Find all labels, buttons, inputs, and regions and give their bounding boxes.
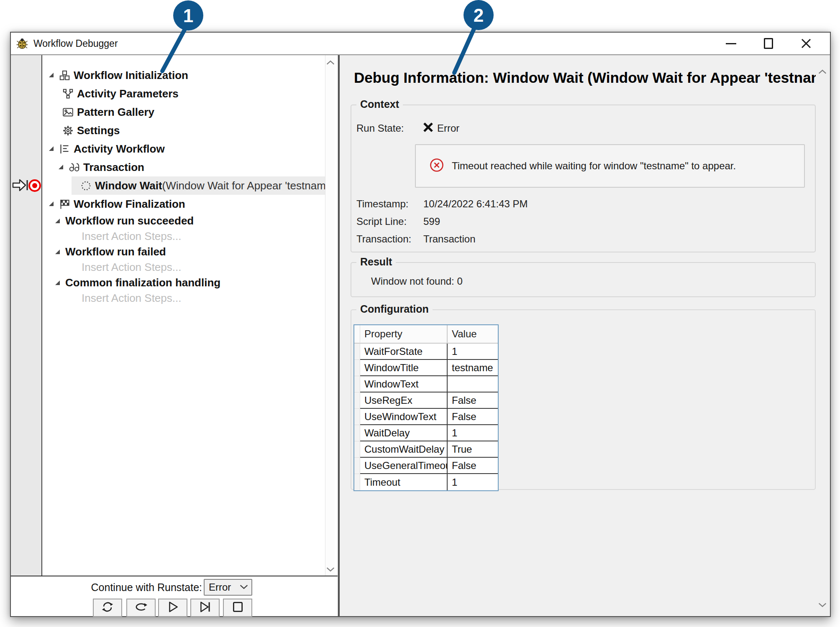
- context-groupbox: Context Run State: Error Timeout reached…: [351, 104, 816, 252]
- tree-item-window-wait[interactable]: Window Wait (Window Wait for Appear 'tes…: [42, 176, 325, 195]
- circled-x-icon: [429, 158, 444, 174]
- stop-button[interactable]: [223, 599, 252, 617]
- tree-item-insert-action-steps[interactable]: Insert Action Steps...: [42, 229, 325, 244]
- scroll-down-icon[interactable]: [818, 602, 827, 609]
- property-cell: WaitForState: [360, 344, 448, 360]
- row-header-gutter: [354, 458, 360, 474]
- page: Workflow Debugger Workflow Initializatio…: [0, 0, 840, 627]
- property-cell: WindowText: [360, 376, 448, 393]
- table-header-row: PropertyValue: [354, 325, 498, 344]
- error-message-box: Timeout reached while waiting for window…: [415, 144, 805, 188]
- pattern-gallery-icon: [62, 107, 74, 118]
- value-cell: False: [448, 409, 498, 425]
- tree-item-label: Activity Workflow: [74, 143, 165, 155]
- table-row[interactable]: Timeout1: [354, 474, 498, 490]
- callout-1-circle: [173, 0, 203, 31]
- expander-expanded-icon[interactable]: [48, 145, 55, 152]
- tree-item-insert-action-steps[interactable]: Insert Action Steps...: [42, 291, 325, 306]
- column-header-value[interactable]: Value: [448, 325, 498, 344]
- minimize-button[interactable]: [724, 36, 738, 51]
- expander-expanded-icon[interactable]: [58, 164, 64, 171]
- table-row[interactable]: UseWindowTextFalse: [354, 409, 498, 425]
- tree-item-label: Activity Parameters: [77, 87, 179, 100]
- runstate-dropdown[interactable]: Error: [204, 579, 252, 596]
- window-controls: [724, 36, 813, 51]
- runstate-selected-value: Error: [209, 581, 231, 593]
- tree-item-common-finalization-handling[interactable]: Common finalization handling: [42, 275, 325, 291]
- tree-item-label: Workflow Finalization: [74, 198, 185, 211]
- row-header-gutter: [354, 409, 360, 425]
- settings-icon: [62, 125, 74, 136]
- value-cell: [448, 376, 498, 393]
- workflow-tree-panel: Workflow InitializationActivity Paramete…: [11, 55, 338, 616]
- scroll-up-icon[interactable]: [818, 69, 827, 76]
- scroll-up-icon[interactable]: [326, 59, 334, 64]
- row-header-gutter: [354, 376, 360, 393]
- timestamp-row: Timestamp: 10/24/2022 6:41:43 PM: [356, 197, 528, 211]
- callout-2-circle: [464, 0, 494, 30]
- close-button[interactable]: [799, 36, 813, 51]
- table-row[interactable]: UseGeneralTimeoutFalse: [354, 458, 498, 474]
- tree-item-label: Workflow run failed: [65, 245, 166, 258]
- callout-1-number: 1: [183, 5, 193, 26]
- step-icon: [197, 600, 213, 615]
- property-cell: UseRegEx: [360, 393, 448, 409]
- column-header-property[interactable]: Property: [360, 325, 448, 344]
- debug-margin-gutter[interactable]: [11, 55, 42, 576]
- property-cell: WindowTitle: [360, 360, 448, 376]
- maximize-button[interactable]: [761, 36, 776, 51]
- tree-item-workflow-run-succeeded[interactable]: Workflow run succeeded: [42, 213, 325, 229]
- row-header-gutter: [354, 344, 360, 360]
- property-cell: WaitDelay: [360, 425, 448, 441]
- tree-item-pattern-gallery[interactable]: Pattern Gallery: [42, 103, 325, 121]
- step-next-button[interactable]: [190, 599, 220, 617]
- tree-item-workflow-run-failed[interactable]: Workflow run failed: [42, 244, 325, 260]
- execution-arrow-icon: [12, 178, 28, 194]
- tree-item-workflow-initialization[interactable]: Workflow Initialization: [42, 66, 325, 84]
- tree-item-activity-workflow[interactable]: Activity Workflow: [42, 140, 325, 158]
- expander-expanded-icon[interactable]: [54, 218, 61, 224]
- tree-item-transaction[interactable]: Transaction: [42, 158, 325, 176]
- value-cell: 1: [448, 474, 498, 490]
- configuration-heading: Configuration: [356, 303, 433, 315]
- expander-expanded-icon[interactable]: [48, 201, 55, 207]
- expander-expanded-icon[interactable]: [48, 72, 55, 79]
- property-cell: UseGeneralTimeout: [360, 458, 448, 474]
- tree-item-label: Settings: [77, 124, 120, 137]
- expander-expanded-icon[interactable]: [54, 280, 61, 286]
- tree-item-workflow-finalization[interactable]: Workflow Finalization: [42, 195, 325, 213]
- tree-item-label: Window Wait: [95, 179, 162, 192]
- row-header-gutter: [354, 441, 360, 458]
- tree-scrollbar[interactable]: [325, 55, 335, 576]
- tree-item-settings[interactable]: Settings: [42, 121, 325, 140]
- restart-button[interactable]: [93, 599, 122, 617]
- configuration-groupbox: Configuration PropertyValueWaitForState1…: [351, 309, 816, 490]
- table-row[interactable]: WindowTitletestname: [354, 360, 498, 376]
- workflow-tree: Workflow InitializationActivity Paramete…: [42, 55, 325, 576]
- activity-parameters-icon: [62, 88, 74, 99]
- error-x-icon: [423, 122, 434, 135]
- table-row[interactable]: WaitForState1: [354, 344, 498, 360]
- table-row[interactable]: UseRegExFalse: [354, 393, 498, 409]
- row-header-gutter: [354, 360, 360, 376]
- property-cell: UseWindowText: [360, 409, 448, 425]
- transaction-label: Transaction:: [356, 233, 423, 245]
- window-title: Workflow Debugger: [33, 38, 118, 49]
- tree-item-insert-action-steps[interactable]: Insert Action Steps...: [42, 260, 325, 275]
- run-state-value: Error: [437, 122, 459, 134]
- expander-expanded-icon[interactable]: [54, 249, 61, 255]
- scroll-down-icon[interactable]: [326, 566, 334, 571]
- close-icon: [800, 38, 812, 49]
- tree-item-label: Insert Action Steps...: [82, 261, 181, 274]
- tree-item-activity-parameters[interactable]: Activity Parameters: [42, 84, 325, 103]
- table-row[interactable]: WindowText: [354, 376, 498, 393]
- table-row[interactable]: WaitDelay1: [354, 425, 498, 441]
- rerun-step-button[interactable]: [126, 599, 156, 617]
- value-cell: 1: [448, 425, 498, 441]
- table-row[interactable]: CustomWaitDelayTrue: [354, 441, 498, 458]
- breakpoint-icon[interactable]: [28, 179, 41, 192]
- chevron-down-icon: [240, 584, 248, 591]
- debug-information-panel: Debug Information: Window Wait (Window W…: [340, 55, 830, 616]
- continue-button[interactable]: [158, 599, 187, 617]
- script-line-row: Script Line: 599: [356, 214, 440, 229]
